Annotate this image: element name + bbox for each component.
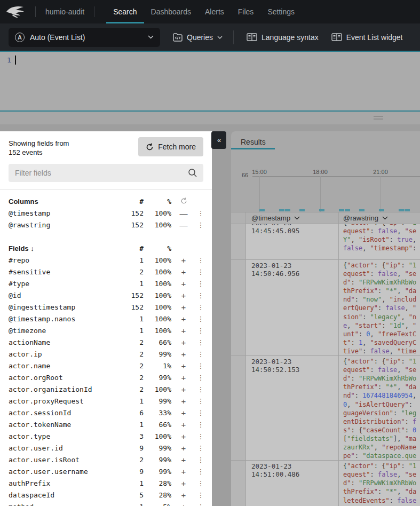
add-field-as-column-button[interactable]: +	[171, 279, 196, 288]
nav-tab-dashboards[interactable]: Dashboards	[144, 0, 199, 23]
field-row-actor.type[interactable]: actor.type3100%+⋮	[9, 430, 205, 442]
add-field-as-column-button[interactable]: +	[171, 479, 196, 488]
nav-tab-search[interactable]: Search	[106, 0, 144, 23]
field-menu-kebab-icon[interactable]: ⋮	[196, 327, 205, 335]
field-row-#repo[interactable]: #repo1100%+⋮	[9, 254, 205, 266]
row-gutter[interactable]	[231, 224, 246, 259]
add-field-as-column-button[interactable]: +	[171, 397, 196, 406]
field-menu-kebab-icon[interactable]: ⋮	[196, 479, 205, 487]
language-syntax-button[interactable]: Language syntax	[247, 33, 319, 42]
field-row-actionName[interactable]: actionName266%+⋮	[9, 336, 205, 348]
event-row[interactable]: 2023-01-23 14:45:45.095{"actor": {"ip": …	[231, 224, 420, 260]
column-row-@rawstring[interactable]: @rawstring152100%—⋮	[9, 219, 205, 231]
field-row-dataspaceId[interactable]: dataspaceId528%+⋮	[9, 489, 205, 501]
field-row-authPrefix[interactable]: authPrefix128%+⋮	[9, 477, 205, 489]
field-row-@id[interactable]: @id152100%+⋮	[9, 289, 205, 301]
add-field-as-column-button[interactable]: +	[171, 420, 196, 429]
panel-splitter[interactable]	[0, 112, 420, 124]
field-row-actor.user.id[interactable]: actor.user.id999%+⋮	[9, 442, 205, 454]
drag-handle-icon[interactable]	[374, 116, 383, 121]
add-field-as-column-button[interactable]: +	[171, 444, 196, 453]
histogram-bar[interactable]	[279, 209, 284, 211]
field-menu-kebab-icon[interactable]: ⋮	[196, 209, 205, 217]
field-menu-kebab-icon[interactable]: ⋮	[196, 315, 205, 323]
field-menu-kebab-icon[interactable]: ⋮	[196, 385, 205, 393]
add-field-as-column-button[interactable]: +	[171, 502, 196, 506]
repository-name[interactable]: humio-audit	[36, 7, 94, 16]
field-menu-kebab-icon[interactable]: ⋮	[196, 291, 205, 299]
field-menu-kebab-icon[interactable]: ⋮	[196, 432, 205, 440]
add-field-as-column-button[interactable]: +	[171, 432, 196, 441]
field-row-actor.organizationId[interactable]: actor.organizationId2100%+⋮	[9, 383, 205, 395]
column-header-rawstring[interactable]: @rawstring	[343, 214, 420, 222]
field-menu-kebab-icon[interactable]: ⋮	[196, 338, 205, 346]
add-field-as-column-button[interactable]: +	[171, 491, 196, 500]
field-row-#type[interactable]: #type1100%+⋮	[9, 278, 205, 289]
field-row-actor.proxyRequest[interactable]: actor.proxyRequest199%+⋮	[9, 395, 205, 407]
nav-tab-files[interactable]: Files	[231, 0, 261, 23]
field-menu-kebab-icon[interactable]: ⋮	[196, 221, 205, 229]
add-field-as-column-button[interactable]: +	[171, 373, 196, 382]
event-timeline-chart[interactable]: 66 15:0018:0021:00	[231, 149, 420, 212]
field-menu-kebab-icon[interactable]: ⋮	[196, 491, 205, 499]
field-menu-kebab-icon[interactable]: ⋮	[196, 503, 205, 506]
column-row-@timestamp[interactable]: @timestamp152100%—⋮	[9, 207, 205, 219]
field-menu-kebab-icon[interactable]: ⋮	[196, 397, 205, 405]
remove-column-button[interactable]: —	[171, 220, 196, 230]
histogram-bar[interactable]	[359, 209, 364, 211]
row-gutter[interactable]	[231, 356, 246, 460]
field-menu-kebab-icon[interactable]: ⋮	[196, 468, 205, 476]
field-row-actor.user.username[interactable]: actor.user.username999%+⋮	[9, 465, 205, 477]
filter-fields-input[interactable]	[9, 164, 203, 182]
field-menu-kebab-icon[interactable]: ⋮	[196, 374, 205, 382]
field-row-@timestamp.nanos[interactable]: @timestamp.nanos1100%+⋮	[9, 313, 205, 325]
add-field-as-column-button[interactable]: +	[171, 267, 196, 276]
histogram-bar[interactable]	[299, 209, 305, 211]
nav-tab-settings[interactable]: Settings	[260, 0, 302, 23]
remove-column-button[interactable]: —	[171, 209, 196, 218]
field-menu-kebab-icon[interactable]: ⋮	[196, 456, 205, 464]
row-gutter[interactable]	[231, 461, 246, 506]
field-row-@ingesttimestamp[interactable]: @ingesttimestamp152100%+⋮	[9, 301, 205, 313]
field-row-actor.user.isRoot[interactable]: actor.user.isRoot299%+⋮	[9, 454, 205, 465]
field-menu-kebab-icon[interactable]: ⋮	[196, 256, 205, 264]
field-menu-kebab-icon[interactable]: ⋮	[196, 303, 205, 311]
field-row-@timezone[interactable]: @timezone1100%+⋮	[9, 325, 205, 336]
add-field-as-column-button[interactable]: +	[171, 314, 196, 323]
row-gutter[interactable]	[231, 260, 246, 355]
histogram-bar[interactable]	[259, 209, 265, 211]
histogram-bar[interactable]	[339, 209, 344, 211]
field-row-actor.tokenName[interactable]: actor.tokenName166%+⋮	[9, 418, 205, 430]
field-menu-kebab-icon[interactable]: ⋮	[196, 409, 205, 417]
collapse-fields-panel-button[interactable]: «	[211, 131, 226, 149]
histogram-bar[interactable]	[399, 209, 404, 211]
add-field-as-column-button[interactable]: +	[171, 256, 196, 265]
nav-tab-alerts[interactable]: Alerts	[198, 0, 231, 23]
field-row-actor.sessionId[interactable]: actor.sessionId633%+⋮	[9, 407, 205, 418]
add-field-as-column-button[interactable]: +	[171, 361, 196, 370]
histogram-bar[interactable]	[319, 209, 324, 211]
add-field-as-column-button[interactable]: +	[171, 467, 196, 476]
field-row-actor.ip[interactable]: actor.ip299%+⋮	[9, 348, 205, 360]
add-field-as-column-button[interactable]: +	[171, 408, 196, 417]
event-row[interactable]: 2023-01-23 14:50:52.153{"actor": {"ip": …	[231, 356, 420, 461]
add-field-as-column-button[interactable]: +	[171, 385, 196, 394]
field-row-method[interactable]: method15%+⋮	[9, 501, 205, 506]
field-menu-kebab-icon[interactable]: ⋮	[196, 444, 205, 452]
field-menu-kebab-icon[interactable]: ⋮	[196, 421, 205, 429]
add-field-as-column-button[interactable]: +	[171, 338, 196, 347]
field-menu-kebab-icon[interactable]: ⋮	[196, 350, 205, 358]
add-field-as-column-button[interactable]: +	[171, 291, 196, 300]
query-editor[interactable]: 1	[0, 51, 420, 112]
histogram-bar[interactable]	[285, 209, 290, 211]
add-field-as-column-button[interactable]: +	[171, 350, 196, 359]
field-row-actor.name[interactable]: actor.name21%+⋮	[9, 360, 205, 371]
field-menu-kebab-icon[interactable]: ⋮	[196, 280, 205, 288]
column-header-timestamp[interactable]: @timestamp	[251, 214, 338, 222]
crowdstrike-logo[interactable]	[0, 0, 35, 23]
event-row[interactable]: 2023-01-23 14:50:46.956{"actor": {"ip": …	[231, 260, 420, 356]
field-menu-kebab-icon[interactable]: ⋮	[196, 362, 205, 370]
add-field-as-column-button[interactable]: +	[171, 455, 196, 464]
event-list-widget-button[interactable]: Event List widget	[331, 33, 403, 42]
add-field-as-column-button[interactable]: +	[171, 303, 196, 312]
